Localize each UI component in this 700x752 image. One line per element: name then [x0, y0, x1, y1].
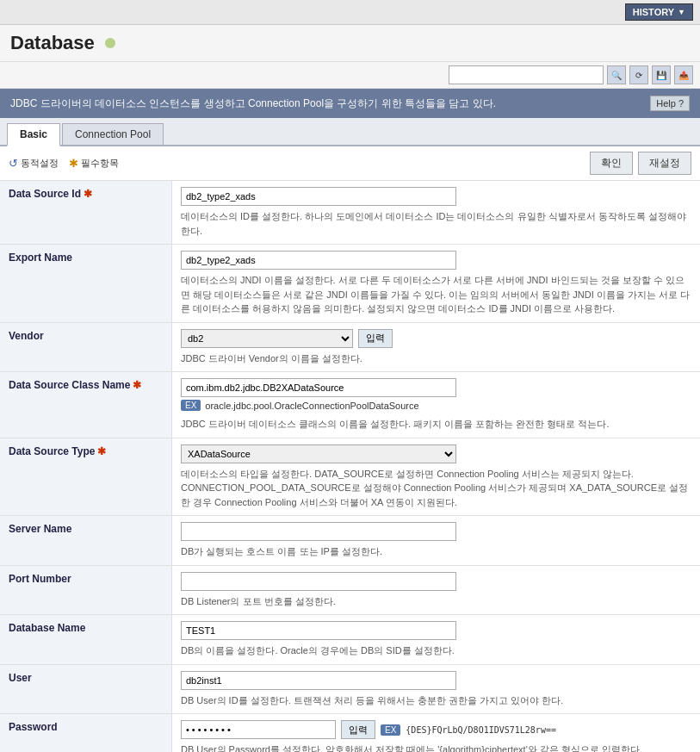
- label-vendor: Vendor: [0, 323, 172, 372]
- desc-vendor: JDBC 드라이버 Vendor의 이름을 설정한다.: [181, 351, 691, 366]
- vendor-input-button[interactable]: 입력: [358, 329, 393, 348]
- history-button[interactable]: HISTORY: [625, 3, 693, 21]
- input-data-source-id[interactable]: [181, 187, 456, 206]
- input-user[interactable]: [181, 671, 456, 690]
- info-text: JDBC 드라이버의 데이터소스 인스턴스를 생성하고 Connection P…: [10, 96, 496, 111]
- page-header: Database: [0, 25, 700, 62]
- required-star-id: ✱: [84, 188, 92, 200]
- vendor-inputs: db2 oracle mysql 입력: [181, 329, 691, 348]
- desc-port-number: DB Listener의 포트 번호를 설정한다.: [181, 594, 691, 609]
- field-password: Password 입력 EX {DES}FQrLbQ/D8O1IDVS71L28…: [0, 714, 700, 752]
- field-database-name: Database Name DB의 이름을 설정한다. Oracle의 경우에는…: [0, 615, 700, 665]
- content-data-source-class-name: EX oracle.jdbc.pool.OracleConnectionPool…: [172, 372, 700, 438]
- desc-password: DB User의 Password를 설정한다. 암호화해서 저장할 때에는 '…: [181, 743, 691, 752]
- input-port-number[interactable]: [181, 572, 456, 591]
- content-data-source-id: 데이터소스의 ID를 설정한다. 하나의 도메인에서 데이터소스 ID는 데이터…: [172, 181, 700, 244]
- desc-export-name: 데이터소스의 JNDI 이름을 설정한다. 서로 다른 두 데이터소스가 서로 …: [181, 273, 691, 316]
- password-input-button[interactable]: 입력: [341, 720, 375, 739]
- dsclass-inputs: [181, 378, 691, 397]
- label-port-number: Port Number: [0, 566, 172, 615]
- dynamic-setting-item: ↺ 동적설정: [9, 157, 59, 170]
- toolbar: ↺ 동적설정 ✱ 필수항목 확인 재설정: [0, 146, 700, 181]
- content-server-name: DB가 실행되는 호스트 이름 또는 IP를 설정한다.: [172, 516, 700, 565]
- suggestion-prefix: EX: [185, 401, 196, 410]
- content-user: DB User의 ID를 설정한다. 트랜잭션 처리 등을 위해서는 충분한 권…: [172, 665, 700, 714]
- page-title: Database: [10, 32, 95, 54]
- tab-basic[interactable]: Basic: [7, 123, 60, 146]
- label-database-name: Database Name: [0, 615, 172, 664]
- label-data-source-type: Data Source Type ✱: [0, 438, 172, 516]
- desc-user: DB User의 ID를 설정한다. 트랜잭션 처리 등을 위해서는 충분한 권…: [181, 693, 691, 708]
- search-input[interactable]: [449, 65, 604, 84]
- label-password: Password: [0, 714, 172, 752]
- vendor-select[interactable]: db2 oracle mysql: [181, 329, 353, 348]
- content-vendor: db2 oracle mysql 입력 JDBC 드라이버 Vendor의 이름…: [172, 323, 700, 372]
- input-data-source-class-name[interactable]: [181, 378, 456, 397]
- reset-button[interactable]: 재설정: [638, 152, 691, 175]
- desc-data-source-type: 데이터소스의 타입을 설정한다. DATA_SOURCE로 설정하면 Conne…: [181, 467, 691, 510]
- data-source-type-select[interactable]: XADataSource DATA_SOURCE CONNECTION_POOL…: [181, 444, 456, 463]
- help-icon: ?: [678, 98, 684, 109]
- content-port-number: DB Listener의 포트 번호를 설정한다.: [172, 566, 700, 615]
- export-button[interactable]: 📤: [674, 65, 693, 84]
- encrypt-tag[interactable]: EX: [381, 724, 400, 736]
- tabs-row: Basic Connection Pool: [0, 118, 700, 146]
- label-server-name: Server Name: [0, 516, 172, 565]
- content-database-name: DB의 이름을 설정한다. Oracle의 경우에는 DB의 SID를 설정한다…: [172, 615, 700, 664]
- password-inputs: 입력 EX {DES}FQrLbQ/D8O1IDVS71L28rw==: [181, 720, 691, 739]
- field-port-number: Port Number DB Listener의 포트 번호를 설정한다.: [0, 566, 700, 616]
- input-server-name[interactable]: [181, 522, 456, 541]
- label-export-name: Export Name: [0, 245, 172, 322]
- content-data-source-type: XADataSource DATA_SOURCE CONNECTION_POOL…: [172, 438, 700, 516]
- suggestion-value: oracle.jdbc.pool.OracleConnectionPoolDat…: [205, 401, 418, 411]
- input-password[interactable]: [181, 720, 336, 739]
- field-data-source-id: Data Source Id ✱ 데이터소스의 ID를 설정한다. 하나의 도메…: [0, 181, 700, 245]
- info-banner: JDBC 드라이버의 데이터소스 인스턴스를 생성하고 Connection P…: [0, 89, 700, 118]
- content-password: 입력 EX {DES}FQrLbQ/D8O1IDVS71L28rw== DB U…: [172, 714, 700, 752]
- toolbar-left: ↺ 동적설정 ✱ 필수항목: [9, 157, 119, 170]
- required-star-type: ✱: [97, 445, 106, 457]
- desc-database-name: DB의 이름을 설정한다. Oracle의 경우에는 DB의 SID를 설정한다…: [181, 643, 691, 658]
- field-server-name: Server Name DB가 실행되는 호스트 이름 또는 IP를 설정한다.: [0, 516, 700, 566]
- form-content: Data Source Id ✱ 데이터소스의 ID를 설정한다. 하나의 도메…: [0, 181, 700, 752]
- input-database-name[interactable]: [181, 621, 456, 640]
- field-export-name: Export Name 데이터소스의 JNDI 이름을 설정한다. 서로 다른 …: [0, 245, 700, 323]
- encrypted-value: {DES}FQrLbQ/D8O1IDVS71L28rw==: [406, 725, 556, 735]
- field-user: User DB User의 ID를 설정한다. 트랜잭션 처리 등을 위해서는 …: [0, 665, 700, 715]
- help-button[interactable]: Help ?: [650, 96, 690, 111]
- search-button[interactable]: 🔍: [607, 65, 626, 84]
- label-data-source-id: Data Source Id ✱: [0, 181, 172, 244]
- label-user: User: [0, 665, 172, 714]
- confirm-button[interactable]: 확인: [590, 152, 633, 175]
- suggestion-tag[interactable]: EX: [181, 400, 201, 411]
- required-label: 필수항목: [81, 157, 119, 170]
- field-data-source-class-name: Data Source Class Name ✱ EX oracle.jdbc.…: [0, 372, 700, 438]
- title-decoration: [105, 38, 115, 48]
- input-export-name[interactable]: [181, 251, 456, 270]
- dynamic-label: 동적설정: [21, 157, 59, 170]
- tab-connection-pool[interactable]: Connection Pool: [62, 123, 164, 145]
- save-button[interactable]: 💾: [652, 65, 671, 84]
- required-star-class: ✱: [133, 379, 141, 391]
- encrypt-prefix: EX: [385, 725, 396, 735]
- label-data-source-class-name: Data Source Class Name ✱: [0, 372, 172, 438]
- desc-data-source-id: 데이터소스의 ID를 설정한다. 하나의 도메인에서 데이터소스 ID는 데이터…: [181, 209, 691, 238]
- help-label: Help: [656, 98, 676, 109]
- refresh-button[interactable]: ⟳: [629, 65, 648, 84]
- toolbar-right: 확인 재설정: [590, 152, 691, 175]
- desc-data-source-class-name: JDBC 드라이버 데이터소스 클래스의 이름을 설정한다. 패키지 이름을 포…: [181, 417, 691, 432]
- content-export-name: 데이터소스의 JNDI 이름을 설정한다. 서로 다른 두 데이터소스가 서로 …: [172, 245, 700, 322]
- top-bar: HISTORY: [0, 0, 700, 25]
- dynamic-icon: ↺: [9, 157, 18, 170]
- field-vendor: Vendor db2 oracle mysql 입력 JDBC 드라이버 Ven…: [0, 323, 700, 373]
- search-bar-row: 🔍 ⟳ 💾 📤: [0, 62, 700, 89]
- desc-server-name: DB가 실행되는 호스트 이름 또는 IP를 설정한다.: [181, 544, 691, 559]
- required-item: ✱ 필수항목: [69, 157, 119, 170]
- field-data-source-type: Data Source Type ✱ XADataSource DATA_SOU…: [0, 438, 700, 517]
- required-icon: ✱: [69, 157, 78, 170]
